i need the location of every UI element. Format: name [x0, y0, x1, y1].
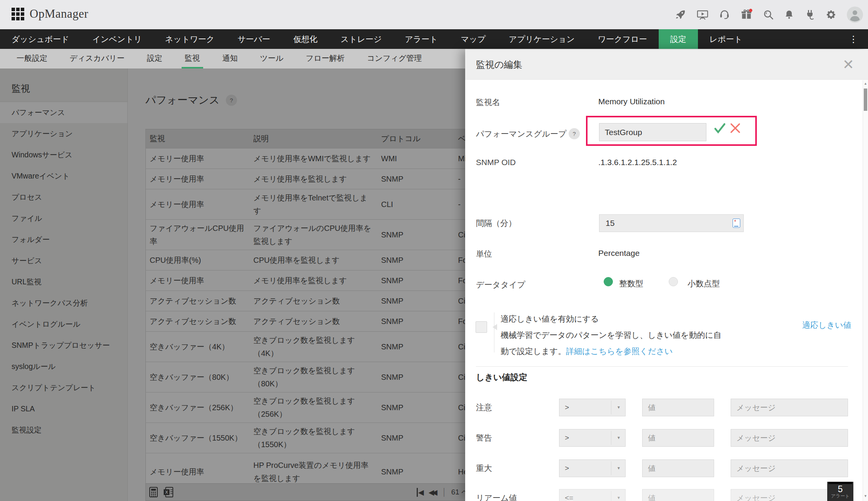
scroll-down-icon[interactable]: ▼ — [863, 494, 868, 498]
perf-group-input[interactable] — [599, 123, 706, 141]
adaptive-detail-link[interactable]: 詳細はこちらを参照ください — [566, 347, 673, 356]
threshold-operator-select[interactable]: >▼ — [559, 399, 626, 416]
scroll-thumb[interactable] — [864, 89, 867, 111]
topbar-icons — [675, 0, 865, 29]
threshold-message-input[interactable] — [731, 459, 848, 477]
nav-item-9[interactable]: ワークフロー — [586, 29, 659, 49]
edit-monitor-panel: 監視の編集 ✕ 監視名 Memory Utilization パフォーマンスグル… — [465, 50, 868, 501]
confirm-check-icon[interactable] — [713, 121, 727, 137]
operator-value: <= — [565, 489, 573, 501]
gift-icon[interactable] — [740, 8, 753, 21]
subnav-item-0[interactable]: 一般設定 — [5, 49, 58, 68]
operator-value: > — [565, 429, 569, 446]
pointer-triangle — [489, 324, 497, 330]
settings-subnav: 一般設定ディスカバリー設定監視通知ツールフロー解析コンフィグ管理 — [0, 49, 465, 68]
nav-item-5[interactable]: ストレージ — [329, 29, 393, 49]
chevron-down-icon: ▼ — [617, 429, 621, 446]
nav-item-7[interactable]: マップ — [449, 29, 497, 49]
user-avatar-icon[interactable] — [846, 6, 863, 23]
field-macro-icon[interactable]: * — [733, 219, 740, 228]
threshold-operator-select[interactable]: >▼ — [559, 459, 626, 477]
interval-value: 15 — [606, 215, 614, 232]
radio-integer-label: 整数型 — [619, 278, 643, 289]
threshold-section-title: しきい値設定 — [476, 372, 527, 383]
adaptive-threshold-text: 適応しきい値を有効にする 機械学習でデータのパターンを学習し、しきい値を動的に自… — [501, 311, 724, 359]
threshold-value-input[interactable] — [642, 489, 714, 501]
adaptive-divider-line — [494, 312, 494, 352]
panel-body: 監視名 Memory Utilization パフォーマンスグループ ? SNM… — [465, 80, 863, 501]
subnav-item-2[interactable]: 設定 — [136, 49, 174, 68]
notification-bell-icon[interactable] — [784, 9, 795, 20]
rocket-icon[interactable] — [675, 9, 686, 20]
threshold-operator-select[interactable]: <=▼ — [559, 489, 626, 501]
perf-group-help-icon[interactable]: ? — [569, 128, 580, 139]
panel-scrollbar[interactable]: ▲ ▼ — [863, 80, 868, 501]
nav-kebab-icon[interactable]: ⋮ — [839, 29, 868, 49]
support-headset-icon[interactable] — [719, 9, 730, 20]
app-grid-icon — [12, 8, 24, 20]
search-icon[interactable] — [763, 9, 774, 20]
threshold-operator-select[interactable]: >▼ — [559, 429, 626, 447]
interval-input[interactable]: 15 * — [599, 214, 744, 232]
operator-value: > — [565, 399, 569, 416]
main-nav: ダッシュボードインベントリネットワークサーバー仮想化ストレージアラートマップアプ… — [0, 29, 868, 49]
select-separator — [611, 401, 611, 414]
scroll-up-icon[interactable]: ▲ — [863, 82, 868, 85]
alert-count-widget[interactable]: 5 アラート — [827, 482, 853, 501]
subnav-item-4[interactable]: 通知 — [211, 49, 249, 68]
app-logo[interactable]: OpManager — [12, 7, 88, 21]
monitor-name-value: Memory Utilization — [598, 97, 665, 106]
nav-item-10[interactable]: 設定 — [659, 29, 698, 49]
nav-item-1[interactable]: インベントリ — [81, 29, 154, 49]
threshold-value-input[interactable] — [642, 429, 714, 447]
nav-item-2[interactable]: ネットワーク — [154, 29, 226, 49]
threshold-value-input[interactable] — [642, 459, 714, 477]
select-separator — [611, 431, 611, 445]
alert-widget-strip — [828, 482, 852, 484]
alert-count: 5 — [827, 484, 853, 494]
panel-title: 監視の編集 — [476, 50, 522, 80]
select-separator — [611, 491, 611, 501]
subnav-item-1[interactable]: ディスカバリー — [58, 49, 136, 68]
settings-gear-icon[interactable] — [825, 9, 837, 20]
nav-item-8[interactable]: アプリケーション — [497, 29, 586, 49]
perf-group-highlight-box — [586, 116, 757, 146]
close-icon[interactable]: ✕ — [843, 57, 854, 73]
unit-value: Percentage — [598, 249, 639, 258]
adaptive-threshold-checkbox[interactable] — [476, 321, 487, 333]
nav-item-11[interactable]: レポート — [698, 29, 754, 49]
demo-video-icon[interactable] — [696, 9, 709, 20]
snmp-oid-label: SNMP OID — [476, 158, 516, 167]
nav-item-0[interactable]: ダッシュボード — [0, 29, 81, 49]
operator-value: > — [565, 460, 569, 477]
interval-label: 間隔（分） — [476, 218, 516, 229]
nav-item-4[interactable]: 仮想化 — [282, 29, 329, 49]
nav-item-3[interactable]: サーバー — [226, 29, 282, 49]
radio-decimal[interactable] — [669, 277, 678, 286]
threshold-label: 警告 — [476, 433, 492, 443]
modal-overlay — [0, 68, 465, 501]
feedback-plug-icon[interactable] — [804, 9, 816, 20]
threshold-message-input[interactable] — [731, 399, 848, 416]
subnav-item-5[interactable]: ツール — [249, 49, 295, 68]
threshold-message-input[interactable] — [731, 429, 848, 447]
radio-integer[interactable] — [604, 277, 613, 286]
subnav-item-3[interactable]: 監視 — [174, 49, 211, 68]
chevron-down-icon: ▼ — [617, 489, 621, 501]
perf-group-label: パフォーマンスグループ — [476, 129, 566, 139]
threshold-label: 重大 — [476, 463, 492, 474]
subnav-item-6[interactable]: フロー解析 — [295, 49, 356, 68]
nav-item-6[interactable]: アラート — [393, 29, 449, 49]
adaptive-threshold-link[interactable]: 適応しきい値 — [802, 320, 851, 331]
cancel-x-icon[interactable] — [729, 122, 741, 136]
threshold-label: 注意 — [476, 402, 492, 413]
monitor-name-label: 監視名 — [476, 97, 500, 108]
subnav-item-7[interactable]: コンフィグ管理 — [356, 49, 433, 68]
app-title: OpManager — [30, 7, 88, 21]
threshold-value-input[interactable] — [642, 399, 714, 416]
threshold-label: リアーム値 — [476, 493, 517, 501]
datatype-label: データタイプ — [476, 279, 525, 290]
snmp-oid-value: .1.3.6.1.2.1.25.5.1.1.2 — [598, 158, 677, 167]
chevron-down-icon: ▼ — [617, 399, 621, 416]
unit-label: 単位 — [476, 249, 492, 259]
